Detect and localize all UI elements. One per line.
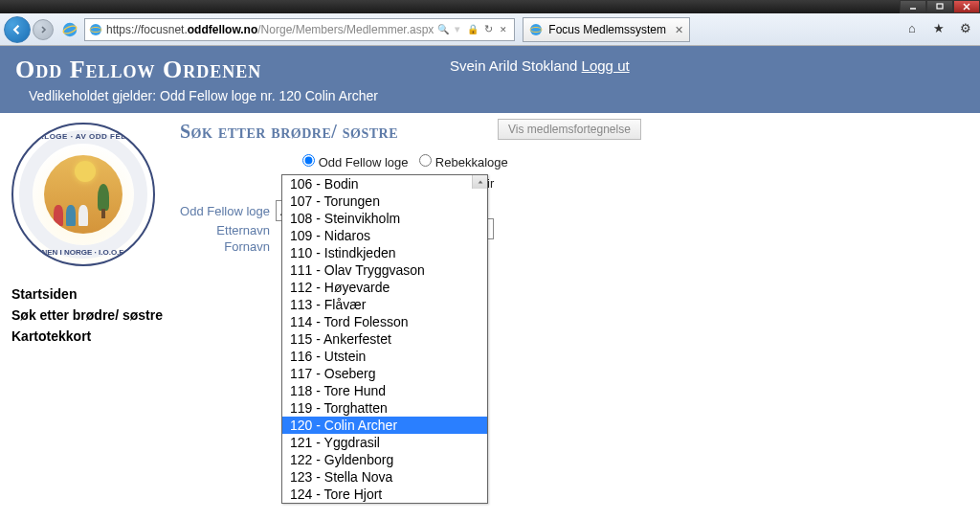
- input-edge: [488, 218, 494, 239]
- seal-text-top: STORLOGE · AV ODD FELLOW: [13, 132, 153, 141]
- org-seal-icon: STORLOGE · AV ODD FELLOW ORDENEN I NORGE…: [11, 123, 155, 266]
- label-fornavn: Fornavn: [180, 239, 276, 254]
- radio-rebekkaloge[interactable]: Rebekkaloge: [419, 155, 508, 170]
- show-member-list-button[interactable]: Vis medlemsfortegnelse: [498, 119, 641, 140]
- site-favicon-icon: [89, 23, 102, 36]
- gear-icon[interactable]: ⚙: [957, 19, 974, 36]
- dropdown-option[interactable]: 123 - Stella Nova: [282, 468, 487, 486]
- window-titlebar: [0, 0, 980, 13]
- search-icon[interactable]: 🔍: [437, 24, 449, 34]
- svg-point-6: [90, 24, 101, 35]
- favorites-icon[interactable]: ★: [930, 19, 947, 36]
- sidebar-item[interactable]: Søk etter brødre/ søstre: [11, 305, 168, 326]
- sidebar-item[interactable]: Kartotekkort: [11, 326, 168, 347]
- label-loge: Odd Fellow loge: [180, 204, 276, 218]
- dropdown-option[interactable]: 111 - Olav Tryggvason: [282, 261, 487, 279]
- user-name: Svein Arild Stokland: [450, 57, 577, 74]
- dropdown-option[interactable]: 106 - Bodin: [282, 175, 487, 192]
- dropdown-option[interactable]: 124 - Tore Hjort: [282, 486, 487, 503]
- window-minimize-button[interactable]: [900, 0, 926, 13]
- sidebar-item[interactable]: Startsiden: [11, 283, 168, 305]
- dropdown-option[interactable]: 112 - Høyevarde: [282, 279, 487, 296]
- address-url: https://focusnet.oddfellow.no/Norge/Memb…: [106, 23, 434, 36]
- browser-toolbar: https://focusnet.oddfellow.no/Norge/Memb…: [0, 13, 980, 46]
- seal-text-bot: ORDENEN I NORGE · I.O.O.F · 1920: [13, 248, 153, 257]
- dropdown-option[interactable]: 108 - Steinvikholm: [282, 210, 487, 227]
- dropdown-option[interactable]: 113 - Flåvær: [282, 296, 487, 313]
- dropdown-option[interactable]: 119 - Torghatten: [282, 399, 487, 417]
- dropdown-option[interactable]: 116 - Utstein: [282, 348, 487, 365]
- home-icon[interactable]: ⌂: [903, 19, 921, 36]
- tab-favicon-icon: [529, 23, 543, 36]
- ie-logo-icon: [61, 21, 78, 38]
- dropdown-option[interactable]: 107 - Torungen: [282, 192, 487, 210]
- label-etternavn: Etternavn: [180, 223, 276, 237]
- loge-dropdown-list[interactable]: 106 - Bodin107 - Torungen108 - Steinvikh…: [281, 174, 488, 504]
- dropdown-option[interactable]: 109 - Nidaros: [282, 227, 487, 244]
- scroll-up-icon[interactable]: [472, 175, 487, 189]
- logout-link[interactable]: Logg ut: [582, 57, 630, 74]
- stop-icon[interactable]: ✕: [500, 25, 507, 34]
- svg-rect-1: [937, 4, 943, 9]
- address-bar[interactable]: https://focusnet.oddfellow.no/Norge/Memb…: [84, 18, 515, 41]
- radio-oddfellow-loge[interactable]: Odd Fellow loge: [302, 155, 409, 170]
- browser-back-button[interactable]: [4, 16, 31, 43]
- app-header: Odd Fellow Ordenen Vedlikeholdet gjelder…: [0, 46, 980, 113]
- svg-point-8: [530, 24, 542, 35]
- dropdown-option[interactable]: 114 - Tord Folesson: [282, 313, 487, 330]
- app-subtitle: Vedlikeholdet gjelder: Odd Fellow loge n…: [29, 88, 980, 103]
- dropdown-option[interactable]: 122 - Gyldenborg: [282, 451, 487, 468]
- sidebar: STORLOGE · AV ODD FELLOW ORDENEN I NORGE…: [0, 113, 180, 356]
- dropdown-option[interactable]: 110 - Istindkjeden: [282, 244, 487, 261]
- dropdown-option[interactable]: 117 - Oseberg: [282, 365, 487, 382]
- lock-icon: 🔒: [467, 24, 479, 34]
- dropdown-option[interactable]: 118 - Tore Hund: [282, 382, 487, 399]
- main-panel: Søk etter brødre/ søstre Vis medlemsfort…: [180, 113, 980, 356]
- browser-tab[interactable]: Focus Medlemssystem ✕: [523, 17, 690, 42]
- dropdown-option[interactable]: 121 - Yggdrasil: [282, 434, 487, 451]
- tab-title: Focus Medlemssystem: [548, 23, 666, 36]
- window-close-button[interactable]: [953, 0, 980, 13]
- user-block: Svein Arild Stokland Logg ut: [450, 57, 630, 74]
- browser-forward-button[interactable]: [33, 19, 54, 40]
- dropdown-option[interactable]: 120 - Colin Archer: [282, 417, 487, 434]
- dropdown-option[interactable]: 115 - Ankerfestet: [282, 330, 487, 348]
- tab-close-icon[interactable]: ✕: [675, 24, 683, 36]
- window-maximize-button[interactable]: [926, 0, 953, 13]
- refresh-icon[interactable]: ↻: [484, 23, 493, 35]
